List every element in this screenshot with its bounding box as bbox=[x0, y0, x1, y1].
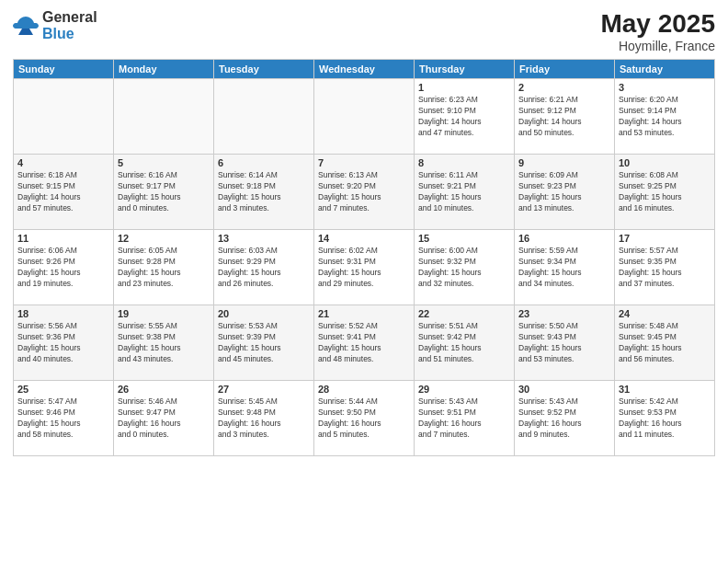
day-info: Sunrise: 5:48 AMSunset: 9:45 PMDaylight:… bbox=[619, 321, 711, 365]
day-info: Sunrise: 5:55 AMSunset: 9:38 PMDaylight:… bbox=[118, 321, 210, 365]
table-cell: 12Sunrise: 6:05 AMSunset: 9:28 PMDayligh… bbox=[114, 230, 214, 305]
weekday-header-row: Sunday Monday Tuesday Wednesday Thursday… bbox=[14, 60, 715, 79]
day-number: 22 bbox=[418, 308, 510, 319]
day-number: 20 bbox=[218, 308, 310, 319]
table-cell: 25Sunrise: 5:47 AMSunset: 9:46 PMDayligh… bbox=[14, 381, 114, 456]
table-cell: 9Sunrise: 6:09 AMSunset: 9:23 PMDaylight… bbox=[515, 155, 615, 230]
table-cell: 21Sunrise: 5:52 AMSunset: 9:41 PMDayligh… bbox=[314, 305, 415, 381]
header-tuesday: Tuesday bbox=[214, 60, 314, 79]
day-info: Sunrise: 6:08 AMSunset: 9:25 PMDaylight:… bbox=[619, 170, 711, 214]
table-cell: 7Sunrise: 6:13 AMSunset: 9:20 PMDaylight… bbox=[314, 155, 415, 230]
day-info: Sunrise: 6:02 AMSunset: 9:31 PMDaylight:… bbox=[318, 246, 410, 290]
day-info: Sunrise: 6:13 AMSunset: 9:20 PMDaylight:… bbox=[318, 170, 410, 214]
day-number: 21 bbox=[318, 308, 410, 319]
day-number: 7 bbox=[318, 157, 410, 168]
table-cell: 30Sunrise: 5:43 AMSunset: 9:52 PMDayligh… bbox=[515, 381, 615, 456]
day-info: Sunrise: 6:23 AMSunset: 9:10 PMDaylight:… bbox=[418, 95, 510, 139]
day-info: Sunrise: 5:53 AMSunset: 9:39 PMDaylight:… bbox=[218, 321, 310, 365]
table-cell bbox=[114, 79, 214, 155]
day-info: Sunrise: 5:43 AMSunset: 9:52 PMDaylight:… bbox=[518, 396, 610, 441]
table-cell: 27Sunrise: 5:45 AMSunset: 9:48 PMDayligh… bbox=[214, 381, 314, 456]
week-row-5: 25Sunrise: 5:47 AMSunset: 9:46 PMDayligh… bbox=[14, 381, 715, 456]
table-cell bbox=[214, 79, 314, 155]
day-number: 23 bbox=[518, 308, 610, 319]
table-cell: 15Sunrise: 6:00 AMSunset: 9:32 PMDayligh… bbox=[415, 230, 515, 305]
day-number: 13 bbox=[218, 233, 310, 244]
day-number: 28 bbox=[318, 384, 410, 395]
day-info: Sunrise: 6:00 AMSunset: 9:32 PMDaylight:… bbox=[418, 246, 510, 290]
day-number: 27 bbox=[218, 384, 310, 395]
day-info: Sunrise: 6:03 AMSunset: 9:29 PMDaylight:… bbox=[218, 246, 310, 290]
day-number: 14 bbox=[318, 233, 410, 244]
header-friday: Friday bbox=[515, 60, 615, 79]
day-number: 18 bbox=[17, 308, 109, 319]
day-number: 1 bbox=[418, 82, 510, 93]
day-info: Sunrise: 5:42 AMSunset: 9:53 PMDaylight:… bbox=[619, 396, 711, 441]
day-info: Sunrise: 6:18 AMSunset: 9:15 PMDaylight:… bbox=[17, 170, 109, 214]
day-number: 2 bbox=[518, 82, 610, 93]
table-cell: 3Sunrise: 6:20 AMSunset: 9:14 PMDaylight… bbox=[615, 79, 715, 155]
day-number: 24 bbox=[619, 308, 711, 319]
header-monday: Monday bbox=[114, 60, 214, 79]
table-cell: 20Sunrise: 5:53 AMSunset: 9:39 PMDayligh… bbox=[214, 305, 314, 381]
header-wednesday: Wednesday bbox=[314, 60, 415, 79]
day-info: Sunrise: 5:45 AMSunset: 9:48 PMDaylight:… bbox=[218, 396, 310, 441]
logo-blue: Blue bbox=[42, 26, 97, 42]
day-number: 3 bbox=[619, 82, 711, 93]
logo-text: General Blue bbox=[42, 9, 97, 41]
title-block: May 2025 Hoymille, France bbox=[600, 9, 715, 53]
header: General Blue May 2025 Hoymille, France bbox=[13, 9, 715, 53]
day-number: 16 bbox=[518, 233, 610, 244]
header-sunday: Sunday bbox=[14, 60, 114, 79]
month-year: May 2025 bbox=[600, 9, 715, 39]
calendar-container: General Blue May 2025 Hoymille, France S… bbox=[0, 0, 728, 563]
day-number: 8 bbox=[418, 157, 510, 168]
day-number: 15 bbox=[418, 233, 510, 244]
day-info: Sunrise: 5:47 AMSunset: 9:46 PMDaylight:… bbox=[17, 396, 109, 441]
day-number: 29 bbox=[418, 384, 510, 395]
header-thursday: Thursday bbox=[415, 60, 515, 79]
day-info: Sunrise: 6:11 AMSunset: 9:21 PMDaylight:… bbox=[418, 170, 510, 214]
day-number: 30 bbox=[518, 384, 610, 395]
week-row-3: 11Sunrise: 6:06 AMSunset: 9:26 PMDayligh… bbox=[14, 230, 715, 305]
table-cell: 19Sunrise: 5:55 AMSunset: 9:38 PMDayligh… bbox=[114, 305, 214, 381]
logo-general: General bbox=[42, 9, 97, 26]
day-info: Sunrise: 6:05 AMSunset: 9:28 PMDaylight:… bbox=[118, 246, 210, 290]
day-info: Sunrise: 5:52 AMSunset: 9:41 PMDaylight:… bbox=[318, 321, 410, 365]
table-cell: 24Sunrise: 5:48 AMSunset: 9:45 PMDayligh… bbox=[615, 305, 715, 381]
day-number: 10 bbox=[619, 157, 711, 168]
day-info: Sunrise: 5:46 AMSunset: 9:47 PMDaylight:… bbox=[118, 396, 210, 441]
table-cell: 10Sunrise: 6:08 AMSunset: 9:25 PMDayligh… bbox=[615, 155, 715, 230]
day-number: 6 bbox=[218, 157, 310, 168]
day-info: Sunrise: 5:50 AMSunset: 9:43 PMDaylight:… bbox=[518, 321, 610, 365]
table-cell: 2Sunrise: 6:21 AMSunset: 9:12 PMDaylight… bbox=[515, 79, 615, 155]
logo-icon bbox=[13, 15, 39, 37]
table-cell: 16Sunrise: 5:59 AMSunset: 9:34 PMDayligh… bbox=[515, 230, 615, 305]
day-number: 4 bbox=[17, 157, 109, 168]
day-info: Sunrise: 6:20 AMSunset: 9:14 PMDaylight:… bbox=[619, 95, 711, 139]
table-cell: 8Sunrise: 6:11 AMSunset: 9:21 PMDaylight… bbox=[415, 155, 515, 230]
table-cell: 4Sunrise: 6:18 AMSunset: 9:15 PMDaylight… bbox=[14, 155, 114, 230]
table-cell: 29Sunrise: 5:43 AMSunset: 9:51 PMDayligh… bbox=[415, 381, 515, 456]
day-info: Sunrise: 6:09 AMSunset: 9:23 PMDaylight:… bbox=[518, 170, 610, 214]
table-cell bbox=[314, 79, 415, 155]
day-number: 12 bbox=[118, 233, 210, 244]
table-cell: 26Sunrise: 5:46 AMSunset: 9:47 PMDayligh… bbox=[114, 381, 214, 456]
day-info: Sunrise: 6:21 AMSunset: 9:12 PMDaylight:… bbox=[518, 95, 610, 139]
table-cell: 6Sunrise: 6:14 AMSunset: 9:18 PMDaylight… bbox=[214, 155, 314, 230]
day-info: Sunrise: 5:44 AMSunset: 9:50 PMDaylight:… bbox=[318, 396, 410, 441]
table-cell: 28Sunrise: 5:44 AMSunset: 9:50 PMDayligh… bbox=[314, 381, 415, 456]
day-info: Sunrise: 5:51 AMSunset: 9:42 PMDaylight:… bbox=[418, 321, 510, 365]
week-row-2: 4Sunrise: 6:18 AMSunset: 9:15 PMDaylight… bbox=[14, 155, 715, 230]
week-row-1: 1Sunrise: 6:23 AMSunset: 9:10 PMDaylight… bbox=[14, 79, 715, 155]
week-row-4: 18Sunrise: 5:56 AMSunset: 9:36 PMDayligh… bbox=[14, 305, 715, 381]
day-number: 26 bbox=[118, 384, 210, 395]
table-cell: 14Sunrise: 6:02 AMSunset: 9:31 PMDayligh… bbox=[314, 230, 415, 305]
day-info: Sunrise: 6:14 AMSunset: 9:18 PMDaylight:… bbox=[218, 170, 310, 214]
table-cell: 1Sunrise: 6:23 AMSunset: 9:10 PMDaylight… bbox=[415, 79, 515, 155]
logo: General Blue bbox=[13, 9, 97, 41]
table-cell bbox=[14, 79, 114, 155]
day-number: 25 bbox=[17, 384, 109, 395]
day-info: Sunrise: 5:57 AMSunset: 9:35 PMDaylight:… bbox=[619, 246, 711, 290]
header-saturday: Saturday bbox=[615, 60, 715, 79]
